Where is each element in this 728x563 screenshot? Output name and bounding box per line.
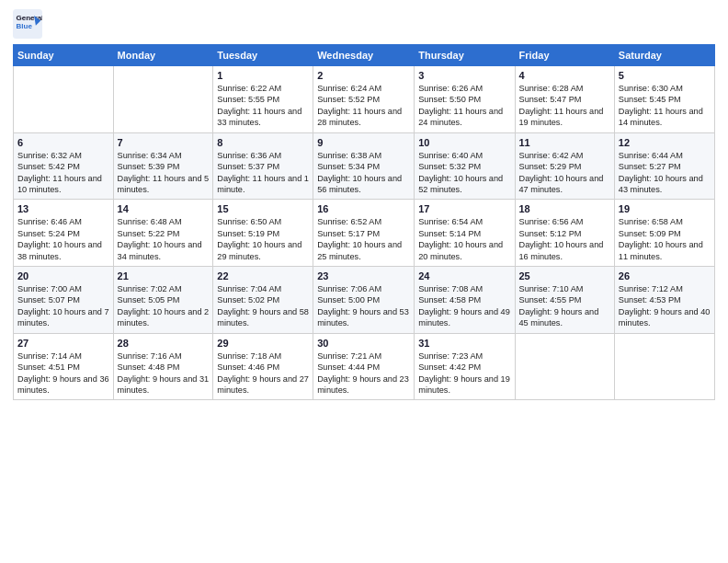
day-number: 13 bbox=[17, 203, 109, 214]
calendar-cell: 10Sunrise: 6:40 AMSunset: 5:32 PMDayligh… bbox=[415, 132, 515, 200]
day-info: Sunrise: 7:21 AMSunset: 4:44 PMDaylight:… bbox=[317, 350, 410, 396]
day-number: 2 bbox=[317, 70, 410, 81]
day-info: Sunrise: 7:12 AMSunset: 4:53 PMDaylight:… bbox=[619, 283, 711, 329]
calendar-cell bbox=[515, 333, 614, 400]
day-info: Sunrise: 7:00 AMSunset: 5:07 PMDaylight:… bbox=[17, 283, 109, 329]
calendar-cell: 18Sunrise: 6:56 AMSunset: 5:12 PMDayligh… bbox=[515, 200, 614, 267]
day-number: 27 bbox=[17, 338, 109, 349]
day-info: Sunrise: 6:54 AMSunset: 5:14 PMDaylight:… bbox=[418, 216, 510, 262]
day-number: 12 bbox=[619, 137, 711, 148]
day-info: Sunrise: 7:04 AMSunset: 5:02 PMDaylight:… bbox=[217, 283, 309, 329]
day-info: Sunrise: 6:48 AMSunset: 5:22 PMDaylight:… bbox=[118, 216, 210, 262]
day-number: 18 bbox=[519, 203, 610, 214]
calendar-week-2: 6Sunrise: 6:32 AMSunset: 5:42 PMDaylight… bbox=[14, 132, 715, 200]
calendar-cell: 14Sunrise: 6:48 AMSunset: 5:22 PMDayligh… bbox=[113, 200, 213, 267]
calendar-week-5: 27Sunrise: 7:14 AMSunset: 4:51 PMDayligh… bbox=[14, 333, 715, 400]
calendar-cell: 19Sunrise: 6:58 AMSunset: 5:09 PMDayligh… bbox=[614, 200, 714, 267]
calendar-week-4: 20Sunrise: 7:00 AMSunset: 5:07 PMDayligh… bbox=[14, 267, 715, 334]
calendar-cell: 3Sunrise: 6:26 AMSunset: 5:50 PMDaylight… bbox=[415, 66, 515, 133]
calendar-cell: 4Sunrise: 6:28 AMSunset: 5:47 PMDaylight… bbox=[515, 66, 614, 133]
calendar-cell: 7Sunrise: 6:34 AMSunset: 5:39 PMDaylight… bbox=[113, 132, 213, 200]
day-info: Sunrise: 7:16 AMSunset: 4:48 PMDaylight:… bbox=[118, 350, 210, 396]
day-number: 26 bbox=[619, 270, 711, 282]
day-number: 23 bbox=[317, 270, 410, 282]
day-info: Sunrise: 7:18 AMSunset: 4:46 PMDaylight:… bbox=[217, 350, 309, 396]
day-info: Sunrise: 6:36 AMSunset: 5:37 PMDaylight:… bbox=[217, 150, 309, 196]
day-info: Sunrise: 6:58 AMSunset: 5:09 PMDaylight:… bbox=[619, 216, 711, 262]
day-info: Sunrise: 6:42 AMSunset: 5:29 PMDaylight:… bbox=[519, 150, 610, 196]
day-info: Sunrise: 7:02 AMSunset: 5:05 PMDaylight:… bbox=[118, 283, 210, 329]
calendar-cell: 28Sunrise: 7:16 AMSunset: 4:48 PMDayligh… bbox=[113, 333, 213, 400]
weekday-header-thursday: Thursday bbox=[415, 45, 515, 66]
calendar-cell bbox=[614, 333, 714, 400]
day-number: 25 bbox=[519, 270, 610, 282]
day-number: 8 bbox=[217, 137, 309, 148]
day-info: Sunrise: 6:34 AMSunset: 5:39 PMDaylight:… bbox=[118, 150, 210, 196]
calendar-cell bbox=[14, 66, 114, 133]
weekday-header-sunday: Sunday bbox=[14, 45, 114, 66]
calendar-cell: 13Sunrise: 6:46 AMSunset: 5:24 PMDayligh… bbox=[14, 200, 114, 267]
day-info: Sunrise: 7:23 AMSunset: 4:42 PMDaylight:… bbox=[418, 350, 510, 396]
page: General Blue SundayMondayTuesdayWednesda… bbox=[0, 0, 728, 563]
day-number: 31 bbox=[418, 338, 510, 349]
calendar-cell: 29Sunrise: 7:18 AMSunset: 4:46 PMDayligh… bbox=[213, 333, 313, 400]
calendar-header-row: SundayMondayTuesdayWednesdayThursdayFrid… bbox=[14, 45, 715, 66]
calendar-cell: 6Sunrise: 6:32 AMSunset: 5:42 PMDaylight… bbox=[14, 132, 114, 200]
day-number: 14 bbox=[118, 203, 210, 214]
day-number: 28 bbox=[118, 338, 210, 349]
calendar-cell bbox=[113, 66, 213, 133]
calendar-table: SundayMondayTuesdayWednesdayThursdayFrid… bbox=[13, 44, 715, 400]
day-number: 30 bbox=[317, 338, 410, 349]
day-number: 3 bbox=[418, 70, 510, 81]
calendar-cell: 9Sunrise: 6:38 AMSunset: 5:34 PMDaylight… bbox=[313, 132, 415, 200]
calendar-cell: 30Sunrise: 7:21 AMSunset: 4:44 PMDayligh… bbox=[313, 333, 415, 400]
day-number: 21 bbox=[118, 270, 210, 282]
day-number: 29 bbox=[217, 338, 309, 349]
day-info: Sunrise: 6:46 AMSunset: 5:24 PMDaylight:… bbox=[17, 216, 109, 262]
calendar-cell: 22Sunrise: 7:04 AMSunset: 5:02 PMDayligh… bbox=[213, 267, 313, 334]
calendar-cell: 26Sunrise: 7:12 AMSunset: 4:53 PMDayligh… bbox=[614, 267, 714, 334]
calendar-cell: 27Sunrise: 7:14 AMSunset: 4:51 PMDayligh… bbox=[14, 333, 114, 400]
calendar-cell: 11Sunrise: 6:42 AMSunset: 5:29 PMDayligh… bbox=[515, 132, 614, 200]
day-number: 1 bbox=[217, 70, 309, 81]
calendar-cell: 23Sunrise: 7:06 AMSunset: 5:00 PMDayligh… bbox=[313, 267, 415, 334]
calendar-week-1: 1Sunrise: 6:22 AMSunset: 5:55 PMDaylight… bbox=[14, 66, 715, 133]
day-info: Sunrise: 6:22 AMSunset: 5:55 PMDaylight:… bbox=[217, 83, 309, 129]
header: General Blue bbox=[13, 9, 715, 39]
day-info: Sunrise: 6:24 AMSunset: 5:52 PMDaylight:… bbox=[317, 83, 410, 129]
calendar-cell: 16Sunrise: 6:52 AMSunset: 5:17 PMDayligh… bbox=[313, 200, 415, 267]
calendar-cell: 20Sunrise: 7:00 AMSunset: 5:07 PMDayligh… bbox=[14, 267, 114, 334]
day-info: Sunrise: 6:40 AMSunset: 5:32 PMDaylight:… bbox=[418, 150, 510, 196]
calendar-cell: 8Sunrise: 6:36 AMSunset: 5:37 PMDaylight… bbox=[213, 132, 313, 200]
day-number: 19 bbox=[619, 203, 711, 214]
day-info: Sunrise: 6:30 AMSunset: 5:45 PMDaylight:… bbox=[619, 83, 711, 129]
day-info: Sunrise: 7:08 AMSunset: 4:58 PMDaylight:… bbox=[418, 283, 510, 329]
calendar-cell: 15Sunrise: 6:50 AMSunset: 5:19 PMDayligh… bbox=[213, 200, 313, 267]
day-info: Sunrise: 7:06 AMSunset: 5:00 PMDaylight:… bbox=[317, 283, 410, 329]
day-info: Sunrise: 7:14 AMSunset: 4:51 PMDaylight:… bbox=[17, 350, 109, 396]
calendar-cell: 17Sunrise: 6:54 AMSunset: 5:14 PMDayligh… bbox=[415, 200, 515, 267]
calendar-week-3: 13Sunrise: 6:46 AMSunset: 5:24 PMDayligh… bbox=[14, 200, 715, 267]
calendar-cell: 5Sunrise: 6:30 AMSunset: 5:45 PMDaylight… bbox=[614, 66, 714, 133]
day-number: 6 bbox=[17, 137, 109, 148]
day-info: Sunrise: 6:26 AMSunset: 5:50 PMDaylight:… bbox=[418, 83, 510, 129]
day-info: Sunrise: 6:50 AMSunset: 5:19 PMDaylight:… bbox=[217, 216, 309, 262]
day-number: 11 bbox=[519, 137, 610, 148]
calendar-cell: 24Sunrise: 7:08 AMSunset: 4:58 PMDayligh… bbox=[415, 267, 515, 334]
calendar-cell: 31Sunrise: 7:23 AMSunset: 4:42 PMDayligh… bbox=[415, 333, 515, 400]
calendar-cell: 1Sunrise: 6:22 AMSunset: 5:55 PMDaylight… bbox=[213, 66, 313, 133]
calendar-cell: 2Sunrise: 6:24 AMSunset: 5:52 PMDaylight… bbox=[313, 66, 415, 133]
weekday-header-monday: Monday bbox=[113, 45, 213, 66]
day-number: 17 bbox=[418, 203, 510, 214]
day-number: 7 bbox=[118, 137, 210, 148]
day-info: Sunrise: 6:38 AMSunset: 5:34 PMDaylight:… bbox=[317, 150, 410, 196]
day-number: 20 bbox=[17, 270, 109, 282]
day-number: 9 bbox=[317, 137, 410, 148]
weekday-header-wednesday: Wednesday bbox=[313, 45, 415, 66]
day-number: 4 bbox=[519, 70, 610, 81]
weekday-header-friday: Friday bbox=[515, 45, 614, 66]
day-info: Sunrise: 7:10 AMSunset: 4:55 PMDaylight:… bbox=[519, 283, 610, 329]
logo: General Blue bbox=[13, 9, 42, 39]
weekday-header-tuesday: Tuesday bbox=[213, 45, 313, 66]
logo-icon: General Blue bbox=[13, 9, 42, 39]
